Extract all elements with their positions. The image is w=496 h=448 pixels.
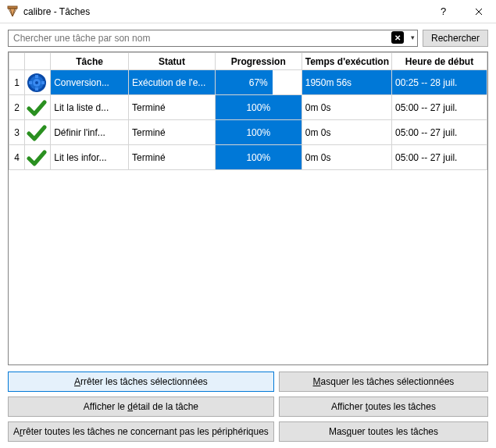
row-number: 3 — [9, 120, 25, 145]
search-button[interactable]: Rechercher — [423, 30, 488, 47]
row-number: 1 — [9, 70, 25, 95]
table-row[interactable]: 1Conversion...Exécution de l'e...67%1950… — [9, 70, 487, 95]
cell-runtime: 0m 0s — [302, 120, 391, 145]
cell-progress: 100% — [215, 120, 302, 145]
status-icon — [24, 70, 50, 95]
col-progress[interactable]: Progression — [215, 53, 302, 70]
cell-start: 05:00 -- 27 juil. — [392, 120, 487, 145]
hide-all-button[interactable]: Masquer toutes les tâches — [279, 421, 488, 442]
row-number: 2 — [9, 95, 25, 120]
cell-start: 05:00 -- 27 juil. — [392, 145, 487, 170]
svg-rect-7 — [41, 81, 45, 84]
cell-runtime: 0m 0s — [302, 95, 391, 120]
show-all-button[interactable]: Afficher toutes les tâches — [279, 396, 488, 417]
cell-task: Lit la liste d... — [51, 95, 129, 120]
cell-runtime: 1950m 56s — [302, 70, 391, 95]
col-runtime[interactable]: Temps d'exécution — [302, 53, 391, 70]
search-input[interactable] — [8, 30, 418, 47]
table-row[interactable]: 2Lit la liste d...Terminé100%0m 0s05:00 … — [9, 95, 487, 120]
stop-selected-button[interactable]: Arrêter les tâches sélectionnées — [8, 372, 274, 392]
col-icon[interactable] — [24, 53, 50, 70]
table-header-row: Tâche Statut Progression Temps d'exécuti… — [9, 53, 487, 70]
svg-rect-4 — [35, 75, 38, 78]
app-icon — [6, 5, 19, 18]
cell-progress: 100% — [215, 145, 302, 170]
col-status[interactable]: Statut — [128, 53, 215, 70]
status-icon — [24, 120, 50, 145]
hide-selected-button[interactable]: Masquer les tâches sélectionnées — [279, 372, 488, 392]
cell-runtime: 0m 0s — [302, 145, 391, 170]
show-detail-button[interactable]: Afficher le détail de la tâche — [8, 396, 274, 417]
cell-status: Exécution de l'e... — [128, 70, 215, 95]
col-start[interactable]: Heure de début — [392, 53, 487, 70]
table-row[interactable]: 3Définir l'inf...Terminé100%0m 0s05:00 -… — [9, 120, 487, 145]
titlebar: calibre - Tâches ? — [0, 0, 496, 23]
cell-progress: 100% — [215, 95, 302, 120]
cell-status: Terminé — [128, 145, 215, 170]
svg-point-8 — [35, 81, 38, 84]
cell-start: 05:00 -- 27 juil. — [392, 95, 487, 120]
cell-start: 00:25 -- 28 juil. — [392, 70, 487, 95]
col-rownum[interactable] — [9, 53, 25, 70]
cell-task: Lit les infor... — [51, 145, 129, 170]
svg-rect-6 — [29, 81, 32, 84]
search-dropdown-icon[interactable]: ▾ — [411, 34, 415, 41]
status-icon — [24, 145, 50, 170]
clear-search-icon[interactable]: ✕ — [391, 31, 404, 44]
cell-task: Définir l'inf... — [51, 120, 129, 145]
cell-progress: 67% — [215, 70, 302, 95]
status-icon — [24, 95, 50, 120]
help-button[interactable]: ? — [426, 0, 461, 23]
cell-task: Conversion... — [51, 70, 129, 95]
window-title: calibre - Tâches — [23, 6, 426, 17]
close-button[interactable] — [461, 0, 496, 23]
stop-nondevice-button[interactable]: Arrêter toutes les tâches ne concernant … — [8, 421, 274, 442]
cell-status: Terminé — [128, 95, 215, 120]
table-row[interactable]: 4Lit les infor...Terminé100%0m 0s05:00 -… — [9, 145, 487, 170]
row-number: 4 — [9, 145, 25, 170]
search-field-wrap: ✕ ▾ — [8, 30, 418, 47]
svg-rect-5 — [35, 87, 38, 91]
cell-status: Terminé — [128, 120, 215, 145]
tasks-table: Tâche Statut Progression Temps d'exécuti… — [8, 52, 488, 365]
col-task[interactable]: Tâche — [51, 53, 129, 70]
